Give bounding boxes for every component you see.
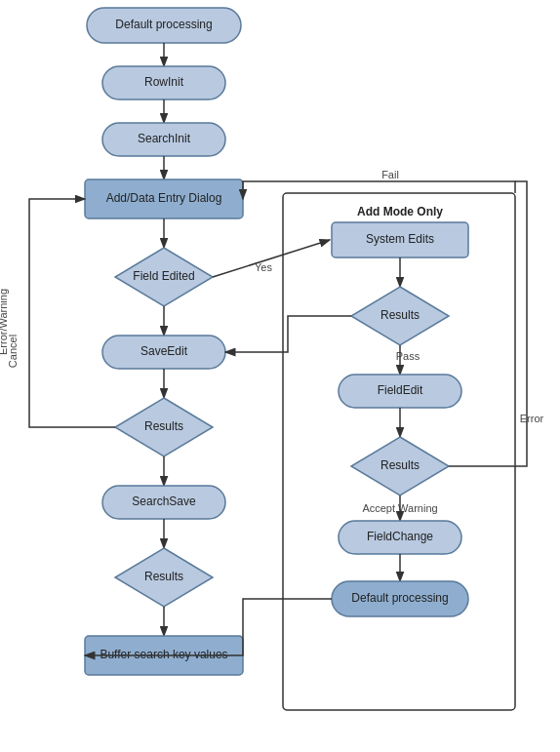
searchsave-label: SearchSave: [132, 495, 196, 508]
results3-label: Results: [380, 308, 420, 322]
results1-label: Results: [144, 419, 183, 433]
add-mode-label: Add Mode Only: [357, 205, 443, 218]
results4-label: Results: [380, 458, 420, 472]
default-processing-top-label: Default processing: [115, 18, 212, 31]
searchinit-label: SearchInit: [138, 132, 191, 145]
fail-line: [243, 181, 515, 199]
default-processing-bottom-label: Default processing: [351, 591, 448, 605]
error-label: Error: [520, 413, 544, 424]
fail-label: Fail: [381, 169, 399, 180]
fieldchange-label: FieldChange: [367, 530, 433, 543]
yes-label: Yes: [255, 261, 272, 273]
arrow-results3-fail-to-saveedit: [225, 316, 351, 352]
results2-label: Results: [144, 570, 183, 583]
buffer-search-label: Buffer search key values: [100, 648, 227, 661]
rowinit-label: RowInit: [144, 75, 184, 89]
saveedit-label: SaveEdit: [140, 344, 188, 358]
field-edited-label: Field Edited: [133, 269, 194, 283]
fieldedit-label: FieldEdit: [378, 383, 423, 397]
system-edits-label: System Edits: [366, 232, 434, 246]
error-warning-cancel-line: [29, 199, 115, 427]
add-data-entry-label: Add/Data Entry Dialog: [106, 191, 222, 205]
error-warning-cancel-label2: Cancel: [7, 335, 19, 368]
